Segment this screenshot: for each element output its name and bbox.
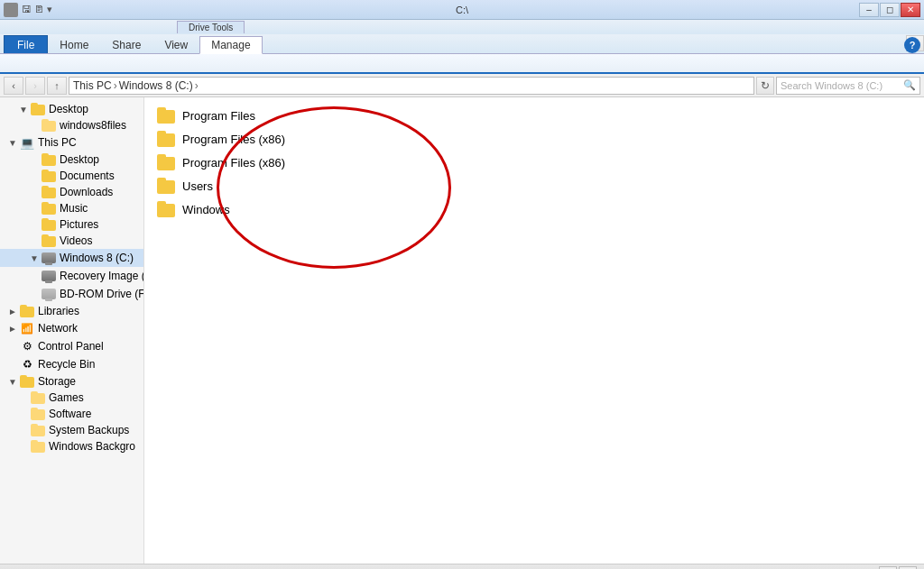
expand-arrow: ▼ — [7, 377, 18, 387]
sidebar-item-label: Recycle Bin — [38, 358, 95, 371]
view-buttons: ☰ ■ — [879, 566, 917, 570]
item-label: Users — [182, 179, 213, 193]
sidebar-item-bdrom[interactable]: BD-ROM Drive (F:) — [0, 285, 143, 303]
address-bar: ‹ › ↑ This PC › Windows 8 (C:) › ↻ Searc… — [0, 74, 924, 97]
folder-icon — [157, 107, 175, 124]
refresh-button[interactable]: ↻ — [756, 77, 774, 95]
sidebar-item-windows-background[interactable]: Windows Backgro — [0, 438, 143, 454]
folder-icon — [20, 375, 34, 388]
folder-icon — [157, 201, 175, 217]
recycle-bin-icon: ♻ — [20, 357, 34, 372]
sidebar-item-system-backups[interactable]: System Backups — [0, 422, 143, 438]
sidebar-item-software[interactable]: Software — [0, 406, 143, 422]
folder-icon — [42, 153, 56, 166]
sidebar-item-music[interactable]: Music — [0, 200, 143, 216]
sidebar-item-label: This PC — [38, 136, 77, 149]
sidebar-item-pictures[interactable]: Pictures — [0, 216, 143, 233]
close-button[interactable]: ✕ — [901, 3, 920, 17]
sidebar-item-games[interactable]: Games — [0, 390, 143, 406]
drive-tools-bar: Drive Tools — [0, 20, 924, 34]
sidebar-item-label: windows8files — [60, 119, 126, 132]
sidebar-item-thispc[interactable]: ▼ 💻 This PC — [0, 133, 143, 151]
sidebar-item-label: Windows Backgro — [49, 440, 135, 453]
sidebar-item-label: Documents — [60, 170, 115, 182]
sidebar-item-label: Windows 8 (C:) — [60, 252, 134, 264]
folder-icon — [20, 305, 34, 317]
sidebar-item-downloads[interactable]: Downloads — [0, 184, 143, 200]
sidebar-item-label: Libraries — [38, 305, 79, 317]
sidebar-item-network[interactable]: ► 📶 Network — [0, 319, 143, 337]
sidebar-item-label: BD-ROM Drive (F:) — [60, 288, 143, 300]
minimize-button[interactable]: – — [859, 3, 879, 17]
folder-icon — [42, 218, 56, 231]
item-label: Windows — [182, 203, 230, 216]
address-path[interactable]: This PC › Windows 8 (C:) › — [69, 77, 754, 95]
folder-icon — [31, 408, 45, 420]
sidebar-item-label: Storage — [38, 375, 76, 388]
help-button[interactable]: ? — [904, 37, 920, 53]
sidebar-item-windows8files[interactable]: windows8files — [0, 117, 143, 133]
content-item-program-files-x86-2[interactable]: Program Files (x86) — [152, 151, 917, 173]
sidebar-item-label: Software — [49, 408, 91, 420]
sidebar-item-label: Control Panel — [38, 340, 104, 353]
app-icon — [4, 3, 18, 17]
breadcrumb-windows8c[interactable]: Windows 8 (C:) — [119, 79, 193, 92]
restore-button[interactable]: ◻ — [880, 3, 900, 17]
window-title: C:\ — [0, 5, 924, 15]
tab-view[interactable]: View — [152, 35, 199, 53]
content-area: Program Files Program Files (x86) Progra… — [144, 97, 924, 564]
expand-arrow: ► — [7, 324, 18, 334]
sidebar-item-recovery-image[interactable]: Recovery Image (D — [0, 267, 143, 285]
ribbon-content — [0, 54, 924, 74]
sidebar-item-libraries[interactable]: ► Libraries — [0, 303, 143, 319]
forward-button[interactable]: › — [25, 77, 45, 95]
quick-access: 🖫 🖹 ▾ — [22, 4, 52, 15]
sidebar-item-desktop2[interactable]: Desktop — [0, 151, 143, 168]
back-button[interactable]: ‹ — [4, 77, 23, 95]
sidebar-item-control-panel[interactable]: ⚙ Control Panel — [0, 337, 143, 355]
content-item-windows[interactable]: Windows — [152, 198, 917, 220]
status-bar: 5 items ☰ ■ — [0, 564, 924, 569]
sidebar-item-recycle-bin[interactable]: ♻ Recycle Bin — [0, 355, 143, 373]
sidebar-item-label: Games — [49, 391, 84, 404]
tab-manage[interactable]: Manage — [199, 36, 262, 54]
title-bar-left: 🖫 🖹 ▾ — [4, 3, 52, 17]
title-bar-controls: – ◻ ✕ — [859, 3, 920, 17]
search-box[interactable]: Search Windows 8 (C:) 🔍 — [776, 77, 920, 95]
tab-share[interactable]: Share — [100, 35, 152, 53]
sidebar-item-documents[interactable]: Documents — [0, 168, 143, 184]
content-item-program-files[interactable]: Program Files — [152, 105, 917, 126]
sidebar-item-label: Desktop — [49, 103, 88, 115]
tab-file[interactable]: File — [4, 35, 48, 53]
folder-icon — [42, 234, 56, 247]
expand-arrow: ► — [7, 307, 18, 317]
folder-icon — [42, 186, 56, 198]
folder-icon — [31, 391, 45, 404]
up-button[interactable]: ↑ — [47, 77, 67, 95]
breadcrumb-thispc[interactable]: This PC — [73, 79, 112, 92]
expand-arrow: ▼ — [7, 138, 18, 148]
computer-icon: 💻 — [20, 135, 34, 150]
sidebar-item-storage[interactable]: ▼ Storage — [0, 373, 143, 390]
content-item-program-files-x86-1[interactable]: Program Files (x86) — [152, 128, 917, 150]
item-label: Program Files (x86) — [182, 133, 285, 146]
sidebar-item-desktop[interactable]: ▼ Desktop — [0, 101, 143, 117]
expand-arrow: ▼ — [29, 253, 40, 263]
tab-home[interactable]: Home — [48, 35, 100, 53]
title-bar: 🖫 🖹 ▾ C:\ – ◻ ✕ — [0, 0, 924, 20]
drive-icon — [42, 269, 56, 283]
sidebar-item-windows8c[interactable]: ▼ Windows 8 (C:) — [0, 249, 143, 267]
sidebar-item-videos[interactable]: Videos — [0, 233, 143, 249]
folder-icon — [157, 154, 175, 170]
control-panel-icon: ⚙ — [20, 339, 34, 353]
large-icons-view-button[interactable]: ■ — [899, 566, 917, 570]
ribbon-tabs: File Home Share View Manage ▲ ? — [0, 34, 924, 54]
content-item-users[interactable]: Users — [152, 175, 917, 197]
sidebar-item-label: Desktop — [60, 153, 99, 166]
folder-icon — [42, 202, 56, 215]
content-items: Program Files Program Files (x86) Progra… — [152, 105, 917, 220]
drive-tools-label: Drive Tools — [177, 21, 245, 33]
details-view-button[interactable]: ☰ — [879, 566, 897, 570]
sidebar-item-label: Videos — [60, 234, 92, 247]
sidebar-item-label: Recovery Image (D — [60, 270, 143, 282]
